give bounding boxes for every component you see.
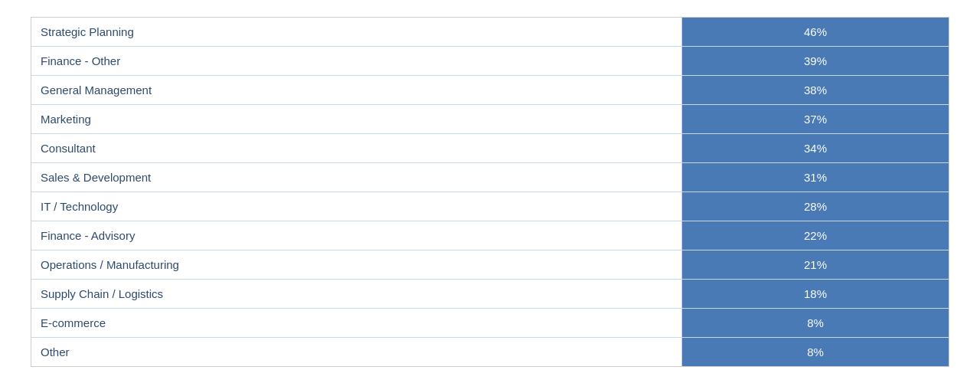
row-label: Strategic Planning (31, 18, 682, 46)
table-row: Marketing37% (31, 105, 949, 134)
row-label: Finance - Advisory (31, 221, 682, 250)
row-value: 31% (682, 163, 949, 192)
row-label: Sales & Development (31, 163, 682, 192)
row-label: Supply Chain / Logistics (31, 280, 682, 308)
table-row: Finance - Other39% (31, 47, 949, 76)
row-label: General Management (31, 76, 682, 104)
row-label: IT / Technology (31, 192, 682, 221)
row-value: 28% (682, 192, 949, 221)
row-label: Other (31, 338, 682, 366)
bar-chart: Strategic Planning46%Finance - Other39%G… (31, 17, 949, 367)
table-row: Consultant34% (31, 134, 949, 163)
row-value: 39% (682, 47, 949, 75)
row-label: Consultant (31, 134, 682, 162)
row-label: Finance - Other (31, 47, 682, 75)
row-value: 46% (682, 18, 949, 46)
row-value: 37% (682, 105, 949, 133)
row-value: 8% (682, 338, 949, 366)
row-value: 34% (682, 134, 949, 162)
row-value: 18% (682, 280, 949, 308)
row-value: 21% (682, 250, 949, 279)
table-row: Other8% (31, 338, 949, 366)
row-label: Operations / Manufacturing (31, 250, 682, 279)
row-label: E-commerce (31, 309, 682, 337)
table-row: Sales & Development31% (31, 163, 949, 192)
row-label: Marketing (31, 105, 682, 133)
table-row: E-commerce8% (31, 309, 949, 338)
table-row: Finance - Advisory22% (31, 221, 949, 250)
row-value: 38% (682, 76, 949, 104)
row-value: 8% (682, 309, 949, 337)
row-value: 22% (682, 221, 949, 250)
table-row: General Management38% (31, 76, 949, 105)
table-row: Operations / Manufacturing21% (31, 250, 949, 280)
table-row: Supply Chain / Logistics18% (31, 280, 949, 309)
table-row: IT / Technology28% (31, 192, 949, 221)
table-row: Strategic Planning46% (31, 18, 949, 47)
